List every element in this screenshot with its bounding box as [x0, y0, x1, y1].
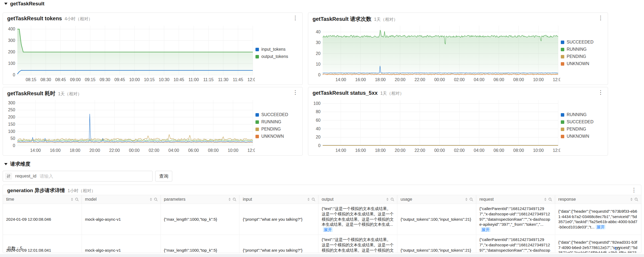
svg-text:10:15: 10:15	[144, 77, 155, 82]
request-id-input[interactable]: request_id 请输入	[3, 171, 153, 181]
sort-icon[interactable]	[386, 198, 389, 201]
sort-icon[interactable]	[307, 198, 310, 201]
legend-swatch	[561, 135, 564, 138]
panel-menu-icon[interactable]: ⋮	[291, 14, 299, 21]
sort-icon[interactable]	[150, 198, 152, 201]
table-cell: {"callerParentId":"1681242734971297","x-…	[476, 204, 555, 235]
svg-text:11:15: 11:15	[203, 77, 214, 82]
page-bottom-strip	[0, 254, 644, 257]
request-count-chart[interactable]: 01020304014:0016:0018:0020:0022:0000:000…	[309, 22, 560, 84]
next-page-button[interactable]	[627, 247, 631, 250]
search-row: request_id 请输入 查询	[3, 171, 172, 181]
column-search-icon[interactable]	[311, 197, 315, 201]
svg-text:40: 40	[316, 30, 321, 34]
chart-panel-request-count: getTaskResult 请求次数 1天（相对） ⋮ 01020304014:…	[308, 13, 608, 85]
column-search-icon[interactable]	[390, 197, 394, 201]
svg-text:08:00: 08:00	[208, 148, 219, 153]
column-header-time[interactable]: time	[3, 195, 82, 204]
status-5xx-chart[interactable]: 02040608010014:0016:0018:0020:0022:0000:…	[309, 97, 560, 154]
legend-item-succeeded[interactable]: SUCCEEDED	[561, 120, 607, 124]
sort-icon[interactable]	[229, 198, 231, 201]
column-search-icon[interactable]	[634, 197, 638, 201]
legend-label: UNKNOWN	[261, 134, 284, 139]
panel-title: getTaskResult 耗时	[7, 90, 55, 97]
legend-item-unknown[interactable]: UNKNOWN	[561, 134, 607, 139]
section-request-dimension[interactable]: 请求维度	[4, 161, 30, 168]
chart-area: 010020030040008:1508:3008:4509:0009:1509…	[4, 22, 301, 84]
panel-menu-icon[interactable]: ⋮	[597, 14, 605, 21]
page-indicator[interactable]: 1/1	[614, 246, 620, 251]
svg-text:300: 300	[8, 38, 15, 43]
legend-item-unknown[interactable]: UNKNOWN	[561, 61, 607, 66]
legend-item-pending[interactable]: PENDING	[255, 127, 301, 132]
sort-icon[interactable]	[630, 198, 633, 201]
column-header-input[interactable]: input	[239, 195, 318, 204]
cell-text: {"output_tokens":100,"input_tokens":21}	[401, 217, 471, 222]
panel-title: getTaskResult tokens	[7, 15, 62, 22]
latency-chart[interactable]: 05010015020025030014:0016:0018:0020:0022…	[4, 97, 255, 154]
legend-item-unknown[interactable]: UNKNOWN	[255, 134, 301, 139]
legend-item-running[interactable]: RUNNING	[561, 47, 607, 52]
sort-icon[interactable]	[465, 198, 467, 201]
expand-link[interactable]: 展开	[481, 227, 490, 232]
expand-link[interactable]: 展开	[323, 227, 333, 232]
column-search-icon[interactable]	[233, 197, 237, 201]
svg-text:100: 100	[8, 129, 15, 134]
panel-menu-icon[interactable]: ⋮	[630, 187, 638, 193]
svg-text:30: 30	[316, 40, 321, 45]
legend-item-pending[interactable]: PENDING	[561, 54, 607, 59]
legend-item-running[interactable]: RUNNING	[255, 120, 301, 124]
column-header-response[interactable]: response	[555, 195, 641, 204]
panel-menu-icon[interactable]: ⋮	[291, 89, 299, 96]
expand-link[interactable]: 展开	[596, 225, 605, 229]
section-gettaskresult[interactable]: getTaskResult	[4, 1, 44, 7]
legend-item-succeeded[interactable]: SUCCEEDED	[255, 112, 301, 117]
svg-text:16:00: 16:00	[355, 148, 366, 153]
column-header-model[interactable]: model	[82, 195, 161, 204]
panel-menu-icon[interactable]: ⋮	[597, 89, 605, 96]
svg-text:10:00: 10:00	[129, 77, 140, 82]
svg-text:12:00: 12:00	[553, 77, 560, 82]
column-label: output	[322, 197, 385, 202]
panel-head: getTaskResult status_5xx 1天（相对）	[308, 87, 608, 96]
svg-text:0: 0	[13, 143, 15, 148]
table-cell: {"text":"这是一个模拟的文本生成结果。这是一个模拟的文本生成结果。这是一…	[318, 204, 397, 235]
svg-text:10:00: 10:00	[533, 77, 544, 82]
legend-label: RUNNING	[261, 120, 281, 124]
column-search-icon[interactable]	[154, 197, 158, 201]
svg-text:50: 50	[10, 136, 15, 141]
query-button[interactable]: 查询	[155, 171, 172, 181]
svg-text:16:00: 16:00	[355, 77, 366, 82]
svg-text:22:00: 22:00	[414, 77, 425, 82]
svg-text:12:00: 12:00	[247, 148, 255, 153]
svg-text:100: 100	[8, 61, 15, 66]
table-title: generation 异步请求详情	[7, 187, 65, 194]
svg-text:400: 400	[8, 27, 15, 31]
panel-time-range: 1天（相对）	[380, 91, 404, 96]
svg-text:0: 0	[318, 73, 321, 77]
column-header-parameters[interactable]: parameters	[161, 195, 240, 204]
tokens-chart[interactable]: 010020030040008:1508:3008:4509:0009:1509…	[4, 22, 255, 84]
cell-text: {"max_length":1000,"top_k":5}	[164, 217, 217, 222]
prev-page-button[interactable]	[604, 247, 607, 250]
svg-text:10: 10	[316, 62, 321, 66]
legend-item-succeeded[interactable]: SUCCEEDED	[561, 40, 607, 45]
legend-item-input_tokens[interactable]: input_tokens	[255, 47, 301, 52]
sort-icon[interactable]	[71, 198, 73, 201]
legend-item-output_tokens[interactable]: output_tokens	[255, 54, 301, 59]
column-header-usage[interactable]: usage	[397, 195, 476, 204]
column-search-icon[interactable]	[548, 197, 552, 201]
column-search-icon[interactable]	[75, 197, 79, 201]
sort-icon[interactable]	[544, 198, 546, 201]
input-placeholder: 请输入	[39, 173, 53, 179]
svg-text:11:00: 11:00	[189, 77, 199, 82]
column-header-request[interactable]: request	[476, 195, 555, 204]
legend-item-pending[interactable]: PENDING	[561, 127, 607, 132]
legend-label: PENDING	[567, 54, 586, 59]
column-header-output[interactable]: output	[318, 195, 397, 204]
column-search-icon[interactable]	[469, 197, 473, 201]
legend-item-running[interactable]: RUNNING	[561, 112, 607, 117]
svg-text:20: 20	[316, 51, 321, 56]
svg-text:09:00: 09:00	[70, 77, 81, 82]
svg-text:06:00: 06:00	[188, 148, 199, 153]
